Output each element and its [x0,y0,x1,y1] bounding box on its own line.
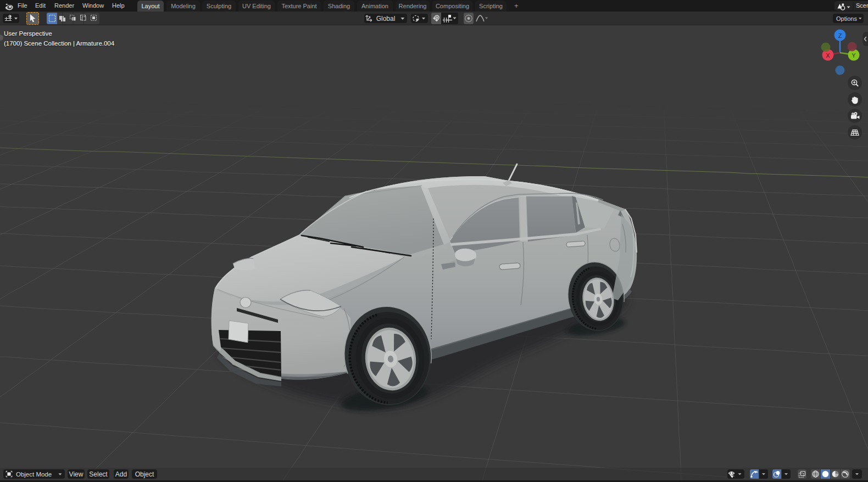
svg-text:X: X [826,52,830,59]
svg-text:Y: Y [852,52,856,59]
svg-text:Z: Z [838,32,842,39]
